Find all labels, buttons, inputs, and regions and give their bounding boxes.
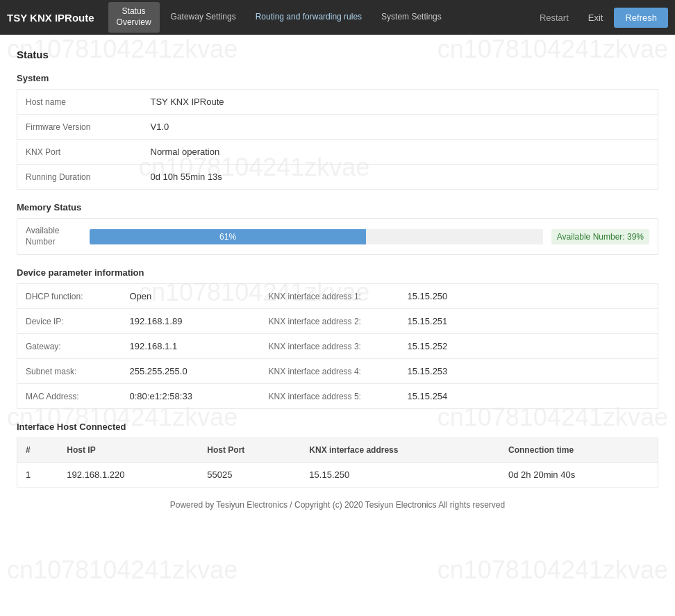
device-info-row: Subnet mask: 255.255.255.0 KNX interface… — [17, 359, 658, 384]
device-info-table: DHCP function: Open KNX interface addres… — [17, 283, 658, 409]
device-left-label: DHCP function: — [17, 284, 122, 309]
device-info-row: MAC Address: 0:80:e1:2:58:33 KNX interfa… — [17, 384, 658, 409]
conn-table-col-header: Connection time — [500, 438, 658, 463]
system-field-value: TSY KNX IPRoute — [142, 90, 658, 115]
device-right-value: 15.15.252 — [399, 334, 658, 359]
conn-table-col-header: # — [17, 438, 59, 463]
conn-row-conn-time: 0d 2h 20min 40s — [500, 463, 658, 488]
memory-section-title: Memory Status — [17, 202, 658, 213]
footer: Powered by Tesiyun Electronics / Copyrig… — [17, 488, 658, 518]
app-logo: TSY KNX IPRoute — [7, 12, 94, 24]
conn-row-host-ip: 192.168.1.220 — [58, 463, 199, 488]
device-info-row: Device IP: 192.168.1.89 KNX interface ad… — [17, 309, 658, 334]
system-field-label: Firmware Version — [17, 115, 142, 140]
device-left-label: Gateway: — [17, 334, 122, 359]
system-field-value: V1.0 — [142, 115, 658, 140]
memory-available-label: Available Number: 39% — [551, 229, 649, 244]
device-left-label: Subnet mask: — [17, 359, 122, 384]
footer-text: Powered by Tesiyun Electronics / Copyrig… — [170, 500, 505, 510]
conn-table-col-header: KNX interface address — [301, 438, 500, 463]
system-info-row: Host nameTSY KNX IPRoute — [17, 90, 658, 115]
device-left-label: Device IP: — [17, 309, 122, 334]
interface-connected-table: #Host IPHost PortKNX interface addressCo… — [17, 438, 658, 488]
progress-percent-label: 61% — [219, 232, 236, 242]
memory-status-section: Available Number 61% Available Number: 3… — [17, 218, 658, 255]
conn-row-num: 1 — [17, 463, 59, 488]
restart-button[interactable]: Restart — [531, 8, 577, 28]
device-right-label: KNX interface address 4: — [260, 359, 399, 384]
conn-table-row: 1 192.168.1.220 55025 15.15.250 0d 2h 20… — [17, 463, 658, 488]
device-left-value: 255.255.255.0 — [122, 359, 260, 384]
device-left-value: 192.168.1.1 — [122, 334, 260, 359]
conn-table-col-header: Host IP — [58, 438, 199, 463]
system-field-value: 0d 10h 55min 13s — [142, 165, 658, 190]
conn-row-host-port: 55025 — [199, 463, 301, 488]
device-left-value: 192.168.1.89 — [122, 309, 260, 334]
watermark-bottom1: cn1078104241zkvae — [7, 556, 238, 585]
progress-bar-container: 61% — [90, 229, 543, 244]
page-title: Status — [17, 49, 658, 60]
system-info-row: KNX PortNormal operation — [17, 140, 658, 165]
system-info-row: Firmware VersionV1.0 — [17, 115, 658, 140]
device-right-label: KNX interface address 3: — [260, 334, 399, 359]
system-field-label: KNX Port — [17, 140, 142, 165]
main-content: Status System Host nameTSY KNX IPRouteFi… — [0, 35, 675, 532]
conn-table-body: 1 192.168.1.220 55025 15.15.250 0d 2h 20… — [17, 463, 658, 488]
nav-item-routing-forwarding[interactable]: Routing and forwarding rules — [247, 8, 370, 27]
system-field-label: Host name — [17, 90, 142, 115]
system-info-table: Host nameTSY KNX IPRouteFirmware Version… — [17, 89, 658, 190]
memory-row: Available Number 61% Available Number: 3… — [17, 219, 658, 254]
nav-bar: Status Overview Gateway Settings Routing… — [108, 2, 668, 32]
watermark-bottom2: cn1078104241zkvae — [438, 556, 668, 585]
nav-item-status-overview[interactable]: Status Overview — [108, 2, 160, 32]
device-right-value: 15.15.253 — [399, 359, 658, 384]
refresh-button[interactable]: Refresh — [614, 8, 668, 28]
device-right-value: 15.15.251 — [399, 309, 658, 334]
device-info-row: Gateway: 192.168.1.1 KNX interface addre… — [17, 334, 658, 359]
device-right-label: KNX interface address 5: — [260, 384, 399, 409]
device-right-value: 15.15.254 — [399, 384, 658, 409]
device-left-value: 0:80:e1:2:58:33 — [122, 384, 260, 409]
conn-row-knx-addr: 15.15.250 — [301, 463, 500, 488]
nav-item-gateway-settings[interactable]: Gateway Settings — [162, 8, 244, 27]
interface-section-title: Interface Host Connected — [17, 422, 658, 432]
device-right-value: 15.15.250 — [399, 284, 658, 309]
memory-label: Available Number — [26, 226, 81, 247]
device-info-row: DHCP function: Open KNX interface addres… — [17, 284, 658, 309]
system-info-row: Running Duration0d 10h 55min 13s — [17, 165, 658, 190]
device-right-label: KNX interface address 2: — [260, 309, 399, 334]
device-left-value: Open — [122, 284, 260, 309]
progress-bar-fill: 61% — [90, 229, 366, 244]
conn-table-header-row: #Host IPHost PortKNX interface addressCo… — [17, 438, 658, 463]
device-right-label: KNX interface address 1: — [260, 284, 399, 309]
system-section-title: System — [17, 73, 658, 83]
device-section-title: Device parameter information — [17, 267, 658, 278]
header: TSY KNX IPRoute Status Overview Gateway … — [0, 0, 675, 35]
conn-table-col-header: Host Port — [199, 438, 301, 463]
device-left-label: MAC Address: — [17, 384, 122, 409]
exit-button[interactable]: Exit — [580, 8, 612, 28]
nav-item-system-settings[interactable]: System Settings — [373, 8, 450, 27]
system-field-value: Normal operation — [142, 140, 658, 165]
system-field-label: Running Duration — [17, 165, 142, 190]
